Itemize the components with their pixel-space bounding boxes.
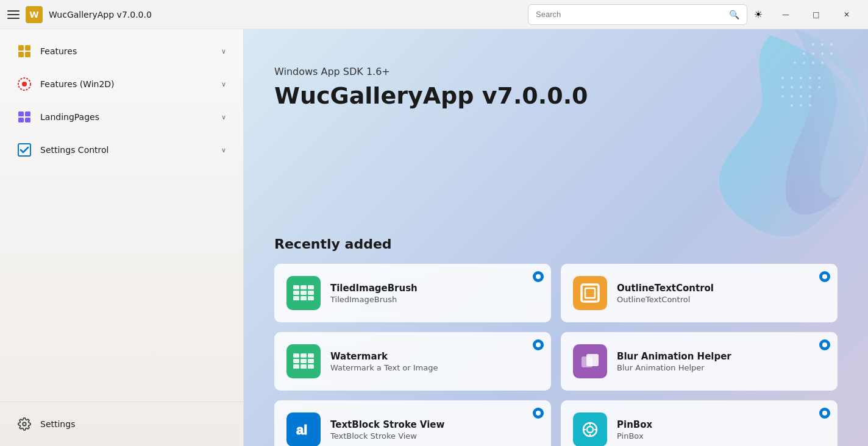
minimize-button[interactable]: — (772, 4, 800, 26)
title-bar: W WucGalleryApp v7.0.0.0 🔍 ☀ — □ ✕ (0, 0, 868, 29)
pinbox-icon (573, 412, 607, 446)
svg-rect-57 (293, 364, 299, 369)
svg-rect-61 (586, 354, 599, 366)
cards-grid: TiledImageBrush TiledImageBrush (274, 264, 838, 446)
watermark-badge (533, 339, 544, 350)
watermark-title: Watermark (330, 351, 539, 362)
svg-rect-47 (301, 296, 307, 300)
hero-decoration (575, 29, 868, 236)
watermark-icon (286, 344, 321, 378)
svg-rect-1 (25, 45, 30, 51)
search-icon[interactable]: 🔍 (729, 10, 739, 19)
app-title: WucGalleryApp v7.0.0.0 (49, 10, 152, 19)
sidebar: Features ∨ Features (Win2D) ∨ (0, 29, 244, 446)
svg-point-32 (821, 62, 824, 64)
hero-title: WucGalleryApp v7.0.0.0 (274, 82, 838, 109)
svg-rect-9 (25, 118, 30, 122)
svg-point-35 (821, 52, 824, 55)
features-chevron: ∨ (221, 48, 226, 55)
svg-rect-49 (582, 285, 599, 302)
svg-rect-52 (301, 353, 307, 358)
textblock-stroke-view-subtitle: TextBlock Stroke View (330, 431, 539, 441)
landing-pages-chevron: ∨ (221, 113, 226, 121)
landing-pages-icon (17, 110, 32, 124)
hero-text: Windows App SDK 1.6+ WucGalleryApp v7.0.… (274, 66, 838, 109)
svg-point-30 (803, 62, 805, 64)
textblock-stroke-view-icon: al (286, 412, 321, 446)
svg-point-29 (794, 62, 796, 64)
features-win2d-icon (17, 77, 32, 91)
theme-icon: ☀ (754, 9, 763, 20)
svg-rect-56 (308, 359, 314, 363)
hero-section: Windows App SDK 1.6+ WucGalleryApp v7.0.… (244, 29, 868, 236)
textblock-stroke-view-badge (533, 408, 544, 419)
svg-rect-7 (25, 112, 30, 116)
settings-control-chevron: ∨ (221, 146, 226, 154)
sidebar-item-settings-control[interactable]: Settings Control ∨ (5, 134, 238, 166)
outline-text-control-badge (819, 271, 830, 282)
svg-point-5 (22, 82, 27, 87)
maximize-button[interactable]: □ (802, 4, 830, 26)
card-blur-animation-helper[interactable]: Blur Animation Helper Blur Animation Hel… (561, 332, 838, 391)
sidebar-item-landing-pages[interactable]: LandingPages ∨ (5, 101, 238, 133)
svg-rect-41 (301, 285, 307, 289)
card-tiled-image-brush[interactable]: TiledImageBrush TiledImageBrush (274, 264, 551, 322)
svg-rect-46 (293, 296, 299, 300)
blur-animation-helper-icon (573, 344, 607, 378)
svg-rect-8 (18, 118, 24, 122)
svg-rect-55 (301, 359, 307, 363)
content-area: Windows App SDK 1.6+ WucGalleryApp v7.0.… (244, 29, 868, 446)
pinbox-info: PinBox PinBox (617, 419, 825, 441)
svg-point-37 (812, 43, 814, 46)
blur-animation-helper-subtitle: Blur Animation Helper (617, 363, 825, 372)
watermark-info: Watermark Watermark a Text or Image (330, 351, 539, 372)
pinbox-subtitle: PinBox (617, 431, 825, 441)
settings-gear-icon (17, 417, 32, 431)
theme-toggle-button[interactable]: ☀ (747, 4, 769, 26)
outline-text-control-info: OutlineTextControl OutlineTextControl (617, 283, 825, 304)
settings-button[interactable]: Settings (5, 409, 238, 439)
svg-point-34 (812, 52, 814, 55)
svg-point-11 (23, 422, 26, 426)
nav-items: Features ∨ Features (Win2D) ∨ (0, 29, 243, 402)
pinbox-badge (819, 408, 830, 419)
features-win2d-chevron: ∨ (221, 80, 226, 88)
hero-subtitle: Windows App SDK 1.6+ (274, 66, 838, 77)
recently-added-section: Recently added (244, 236, 868, 446)
svg-rect-48 (308, 296, 314, 300)
svg-point-64 (587, 427, 593, 433)
svg-point-36 (830, 52, 833, 55)
main-layout: Features ∨ Features (Win2D) ∨ (0, 29, 868, 446)
close-button[interactable]: ✕ (833, 4, 861, 26)
svg-point-31 (812, 62, 814, 64)
search-input[interactable] (536, 10, 724, 19)
outline-text-control-icon (573, 276, 607, 310)
card-pinbox[interactable]: PinBox PinBox (561, 400, 838, 446)
card-watermark[interactable]: Watermark Watermark a Text or Image (274, 332, 551, 391)
blur-animation-helper-badge (819, 339, 830, 350)
sidebar-item-features-win2d[interactable]: Features (Win2D) ∨ (5, 68, 238, 100)
tiled-image-brush-info: TiledImageBrush TiledImageBrush (330, 283, 539, 304)
svg-rect-44 (301, 291, 307, 295)
textblock-stroke-view-title: TextBlock Stroke View (330, 419, 539, 430)
outline-text-control-subtitle: OutlineTextControl (617, 295, 825, 304)
title-bar-left: W WucGalleryApp v7.0.0.0 (7, 6, 528, 23)
svg-rect-43 (293, 291, 299, 295)
search-bar[interactable]: 🔍 (528, 4, 747, 25)
textblock-stroke-view-info: TextBlock Stroke View TextBlock Stroke V… (330, 419, 539, 441)
sidebar-item-features[interactable]: Features ∨ (5, 35, 238, 67)
svg-rect-40 (293, 285, 299, 289)
tiled-image-brush-badge (533, 271, 544, 282)
svg-rect-3 (25, 52, 30, 57)
pinbox-title: PinBox (617, 419, 825, 430)
tiled-image-brush-icon (286, 276, 321, 310)
tiled-image-brush-subtitle: TiledImageBrush (330, 295, 539, 304)
outline-text-control-title: OutlineTextControl (617, 283, 825, 294)
svg-rect-50 (585, 288, 595, 298)
card-textblock-stroke-view[interactable]: al TextBlock Stroke View TextBlock Strok… (274, 400, 551, 446)
svg-rect-2 (18, 52, 24, 57)
svg-rect-6 (18, 112, 24, 116)
card-outline-text-control[interactable]: OutlineTextControl OutlineTextControl (561, 264, 838, 322)
svg-rect-42 (308, 285, 314, 289)
hamburger-menu-button[interactable] (7, 9, 20, 21)
